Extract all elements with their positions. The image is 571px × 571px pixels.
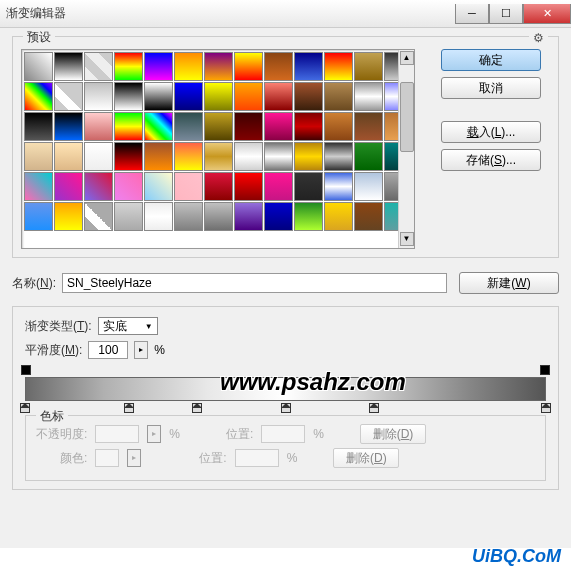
preset-swatch[interactable] [114,112,143,141]
preset-swatch[interactable] [114,52,143,81]
scroll-down-icon[interactable]: ▼ [400,232,414,246]
preset-swatch[interactable] [204,52,233,81]
preset-swatch[interactable] [324,202,353,231]
preset-swatch[interactable] [114,172,143,201]
preset-swatch[interactable] [324,172,353,201]
preset-swatch[interactable] [204,82,233,111]
preset-swatch[interactable] [114,82,143,111]
preset-swatch[interactable] [354,202,383,231]
color-stop[interactable] [281,403,291,413]
color-stop[interactable] [541,403,551,413]
preset-swatch[interactable] [324,82,353,111]
scroll-up-icon[interactable]: ▲ [400,51,414,65]
color-stop[interactable] [20,403,30,413]
preset-swatch[interactable] [234,112,263,141]
preset-swatch[interactable] [174,52,203,81]
color-stop[interactable] [369,403,379,413]
preset-swatch[interactable] [354,52,383,81]
cancel-button[interactable]: 取消 [441,77,541,99]
preset-swatch[interactable] [114,202,143,231]
smoothness-input[interactable] [88,341,128,359]
preset-swatch[interactable] [234,142,263,171]
preset-swatch[interactable] [174,142,203,171]
color-stop[interactable] [124,403,134,413]
preset-swatch[interactable] [204,142,233,171]
preset-swatch[interactable] [204,202,233,231]
preset-swatch[interactable] [324,112,353,141]
load-button[interactable]: 载入(L)... [441,121,541,143]
preset-swatch[interactable] [354,82,383,111]
preset-scrollbar[interactable]: ▲ ▼ [398,50,414,248]
preset-swatch[interactable] [144,82,173,111]
scroll-thumb[interactable] [400,82,414,152]
preset-swatch[interactable] [234,52,263,81]
preset-swatch[interactable] [54,202,83,231]
preset-swatch[interactable] [84,172,113,201]
save-button[interactable]: 存储(S)... [441,149,541,171]
preset-swatch[interactable] [144,112,173,141]
preset-swatch[interactable] [294,112,323,141]
preset-swatch[interactable] [54,82,83,111]
preset-swatch[interactable] [294,142,323,171]
preset-swatch[interactable] [294,52,323,81]
preset-swatch[interactable] [294,82,323,111]
percent-label: % [313,427,324,441]
preset-swatch[interactable] [234,82,263,111]
preset-swatch[interactable] [24,52,53,81]
new-button[interactable]: 新建(W) [459,272,559,294]
preset-swatch[interactable] [144,172,173,201]
opacity-stop[interactable] [540,365,550,375]
preset-swatch[interactable] [54,112,83,141]
preset-swatch[interactable] [264,112,293,141]
preset-swatch[interactable] [204,172,233,201]
preset-swatch[interactable] [264,142,293,171]
preset-swatch[interactable] [174,172,203,201]
preset-swatch[interactable] [294,202,323,231]
ok-button[interactable]: 确定 [441,49,541,71]
close-button[interactable]: ✕ [523,4,571,24]
preset-swatch[interactable] [264,172,293,201]
preset-swatch[interactable] [144,142,173,171]
opacity-label: 不透明度: [36,426,87,443]
preset-swatch[interactable] [204,112,233,141]
gradient-type-select[interactable]: 实底 ▼ [98,317,158,335]
minimize-button[interactable]: ─ [455,4,489,24]
percent-label: % [287,451,298,465]
preset-swatch[interactable] [234,172,263,201]
preset-swatch[interactable] [114,142,143,171]
preset-swatch[interactable] [324,142,353,171]
preset-swatch[interactable] [354,142,383,171]
preset-swatch[interactable] [324,52,353,81]
preset-swatch[interactable] [144,52,173,81]
smoothness-spinner[interactable]: ▸ [134,341,148,359]
maximize-button[interactable]: ☐ [489,4,523,24]
preset-swatch[interactable] [264,82,293,111]
preset-swatch[interactable] [84,52,113,81]
preset-swatch[interactable] [144,202,173,231]
preset-swatch[interactable] [84,142,113,171]
preset-swatch[interactable] [174,82,203,111]
preset-swatch[interactable] [24,202,53,231]
preset-swatch[interactable] [84,112,113,141]
preset-swatch[interactable] [174,202,203,231]
preset-swatch[interactable] [354,112,383,141]
preset-swatch[interactable] [84,202,113,231]
preset-swatch[interactable] [174,112,203,141]
preset-swatch[interactable] [354,172,383,201]
gear-icon[interactable]: ⚙ [529,31,548,45]
preset-swatch[interactable] [54,142,83,171]
preset-swatch[interactable] [294,172,323,201]
color-stop[interactable] [192,403,202,413]
preset-swatch[interactable] [24,142,53,171]
preset-swatch[interactable] [24,112,53,141]
preset-swatch[interactable] [54,52,83,81]
preset-swatch[interactable] [264,52,293,81]
preset-swatch[interactable] [24,82,53,111]
preset-swatch[interactable] [54,172,83,201]
preset-swatch[interactable] [264,202,293,231]
name-input[interactable] [62,273,447,293]
preset-swatch[interactable] [234,202,263,231]
opacity-stop[interactable] [21,365,31,375]
preset-swatch[interactable] [24,172,53,201]
preset-swatch[interactable] [84,82,113,111]
